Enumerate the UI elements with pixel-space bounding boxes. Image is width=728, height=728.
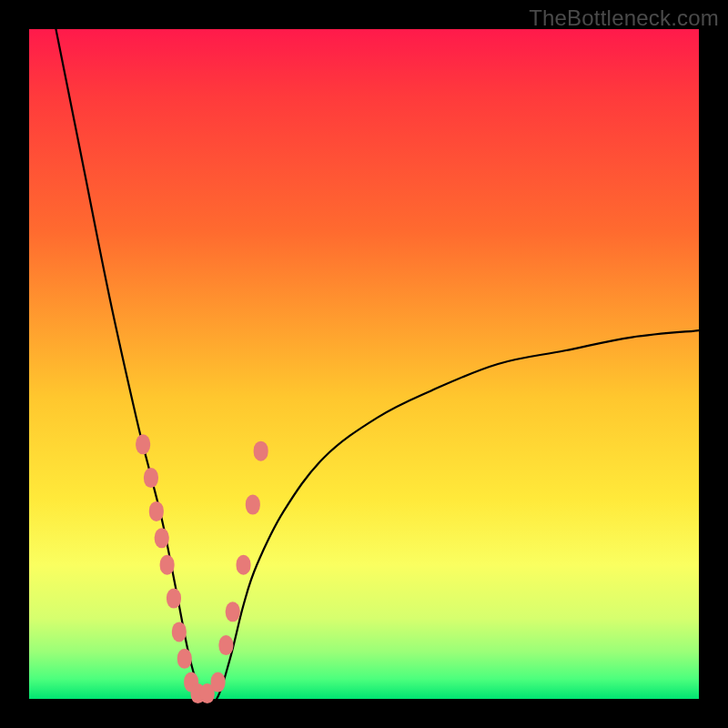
chart-overlay <box>29 29 699 699</box>
scatter-dot <box>160 555 175 575</box>
scatter-dot <box>136 434 150 454</box>
scatter-dot <box>218 635 233 655</box>
scatter-dot <box>172 622 187 642</box>
scatter-dot <box>144 468 158 488</box>
scatter-dot <box>167 589 181 609</box>
scatter-dots <box>136 434 268 703</box>
bottleneck-curve <box>56 29 699 704</box>
scatter-dot <box>211 672 226 693</box>
scatter-dot <box>254 441 268 461</box>
scatter-dot <box>177 649 192 669</box>
scatter-dot <box>237 555 251 575</box>
scatter-dot <box>226 602 240 622</box>
plot-area <box>29 29 699 699</box>
chart-frame: TheBottleneck.com <box>0 0 728 728</box>
scatter-dot <box>149 501 164 521</box>
watermark-text: TheBottleneck.com <box>529 5 719 31</box>
scatter-dot <box>155 528 169 548</box>
scatter-dot <box>246 495 260 515</box>
